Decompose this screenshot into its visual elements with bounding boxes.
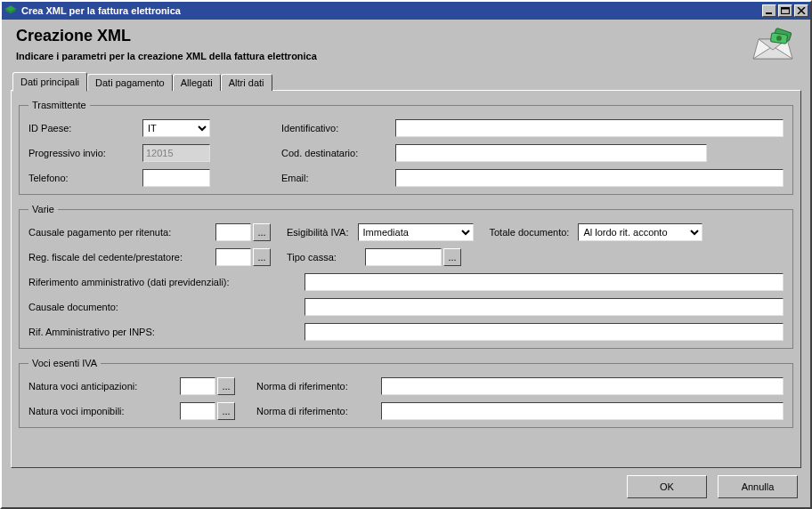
lookup-tipo-cassa[interactable]: ... — [443, 248, 461, 266]
fieldset-voci-esenti: Voci esenti IVA Natura voci anticipazion… — [19, 358, 793, 428]
label-natura-imponibili: Natura voci imponibili: — [28, 406, 171, 416]
ok-button[interactable]: OK — [627, 475, 707, 498]
legend-voci-esenti: Voci esenti IVA — [28, 358, 101, 368]
input-rif-amm-inps[interactable] — [304, 323, 784, 341]
select-totale-documento[interactable]: Al lordo rit. acconto — [578, 223, 702, 241]
cancel-button[interactable]: Annulla — [718, 475, 798, 498]
input-natura-anticipazioni[interactable] — [180, 377, 215, 395]
svg-point-8 — [776, 36, 782, 41]
maximize-button[interactable] — [778, 4, 792, 17]
label-norma-riferimento-1: Norma di riferimento: — [256, 381, 372, 392]
app-window: Crea XML per la fattura elettronica Crea… — [0, 0, 812, 509]
input-causale-documento[interactable] — [304, 298, 784, 316]
label-id-paese: ID Paese: — [28, 123, 134, 133]
app-icon — [4, 4, 18, 18]
tab-dati-pagamento[interactable]: Dati pagamento — [87, 74, 173, 91]
label-reg-fiscale: Reg. fiscale del cedente/prestatore: — [28, 252, 207, 263]
tabs: Dati principali Dati pagamento Allegati … — [11, 71, 801, 91]
fieldset-varie: Varie Causale pagamento per ritenuta: ..… — [19, 204, 793, 349]
label-cod-destinatario: Cod. destinatario: — [281, 148, 386, 158]
input-norma-riferimento-2[interactable] — [381, 402, 784, 420]
label-causale-documento: Causale documento: — [28, 302, 296, 312]
tab-altri-dati[interactable]: Altri dati — [221, 74, 272, 91]
lookup-natura-anticipazioni[interactable]: ... — [217, 377, 235, 395]
close-button[interactable] — [794, 4, 808, 17]
minimize-button[interactable] — [762, 4, 776, 17]
svg-rect-2 — [782, 8, 790, 10]
input-reg-fiscale[interactable] — [215, 248, 251, 266]
select-esigibilita-iva[interactable]: Immediata — [358, 223, 474, 241]
lookup-causale-ritenuta[interactable]: ... — [253, 223, 271, 241]
window-title: Crea XML per la fattura elettronica — [21, 5, 762, 16]
legend-varie: Varie — [28, 204, 58, 214]
legend-trasmittente: Trasmittente — [28, 100, 90, 110]
label-norma-riferimento-2: Norma di riferimento: — [256, 406, 372, 416]
tabpanel-dati-principali: Trasmittente ID Paese: IT Identificativo… — [11, 90, 801, 468]
input-norma-riferimento-1[interactable] — [381, 377, 784, 395]
label-causale-ritenuta: Causale pagamento per ritenuta: — [28, 227, 207, 238]
label-telefono: Telefono: — [28, 173, 134, 183]
select-id-paese[interactable]: IT — [142, 119, 210, 137]
label-progressivo: Progressivo invio: — [28, 148, 134, 158]
page-title: Creazione XML — [16, 27, 317, 45]
fieldset-trasmittente: Trasmittente ID Paese: IT Identificativo… — [19, 100, 793, 195]
lookup-natura-imponibili[interactable]: ... — [217, 402, 235, 420]
dialog-header: Creazione XML Indicare i parametri per l… — [2, 20, 810, 66]
input-causale-ritenuta[interactable] — [215, 223, 251, 241]
input-telefono[interactable] — [142, 169, 210, 187]
tab-allegati[interactable]: Allegati — [173, 74, 221, 91]
input-email[interactable] — [395, 169, 784, 187]
label-email: Email: — [281, 173, 386, 183]
label-rif-amm-inps: Rif. Amministrativo per INPS: — [28, 327, 296, 337]
titlebar: Crea XML per la fattura elettronica — [2, 2, 810, 20]
label-esigibilita-iva: Esigibilità IVA: — [287, 227, 349, 238]
input-cod-destinatario[interactable] — [395, 144, 707, 162]
label-identificativo: Identificativo: — [281, 123, 386, 133]
envelope-money-icon — [750, 27, 796, 62]
tab-dati-principali[interactable]: Dati principali — [12, 72, 87, 92]
label-tipo-cassa: Tipo cassa: — [287, 252, 356, 263]
svg-rect-0 — [766, 12, 772, 14]
input-rif-amm-prev[interactable] — [304, 273, 784, 291]
label-natura-anticipazioni: Natura voci anticipazioni: — [28, 381, 171, 392]
input-tipo-cassa[interactable] — [365, 248, 442, 266]
input-progressivo — [142, 144, 210, 162]
page-subtitle: Indicare i parametri per la creazione XM… — [16, 51, 317, 61]
input-natura-imponibili[interactable] — [180, 402, 215, 420]
lookup-reg-fiscale[interactable]: ... — [253, 248, 271, 266]
label-rif-amm-prev: Riferimento amministrativo (dati previde… — [28, 277, 296, 287]
input-identificativo[interactable] — [395, 119, 784, 137]
label-totale-documento: Totale documento: — [490, 227, 570, 238]
